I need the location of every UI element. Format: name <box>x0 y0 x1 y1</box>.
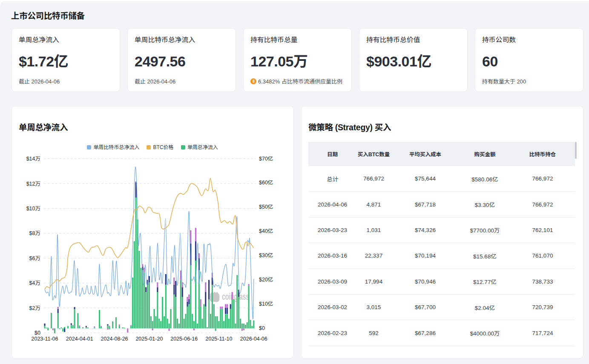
svg-text:$12万: $12万 <box>26 181 40 187</box>
svg-text:2025-01-20: 2025-01-20 <box>135 336 163 342</box>
svg-text:$20亿: $20亿 <box>259 277 273 283</box>
svg-text:$10万: $10万 <box>26 206 40 212</box>
svg-text:$8万: $8万 <box>29 230 40 236</box>
svg-text:$40亿: $40亿 <box>259 228 273 234</box>
svg-text:$6万: $6万 <box>29 255 40 261</box>
svg-text:$0: $0 <box>34 330 40 336</box>
svg-text:2023-11-06: 2023-11-06 <box>31 336 58 342</box>
svg-text:2025-06-16: 2025-06-16 <box>170 336 198 342</box>
svg-text:$14万: $14万 <box>26 156 40 162</box>
svg-text:2026-04-06: 2026-04-06 <box>240 336 267 342</box>
svg-text:2025-11-10: 2025-11-10 <box>205 336 232 342</box>
svg-text:$4万: $4万 <box>29 280 40 286</box>
svg-text:$2万: $2万 <box>29 305 40 311</box>
svg-text:coinglass: coinglass <box>222 291 249 302</box>
svg-text:$50亿: $50亿 <box>259 204 273 210</box>
svg-text:2024-04-01: 2024-04-01 <box>66 336 93 342</box>
svg-text:$70亿: $70亿 <box>259 156 273 162</box>
svg-text:$60亿: $60亿 <box>259 180 273 186</box>
svg-text:2024-08-26: 2024-08-26 <box>101 336 128 342</box>
svg-text:$30亿: $30亿 <box>259 252 273 258</box>
svg-text:$10亿: $10亿 <box>259 301 273 307</box>
svg-text:$0: $0 <box>259 325 265 331</box>
